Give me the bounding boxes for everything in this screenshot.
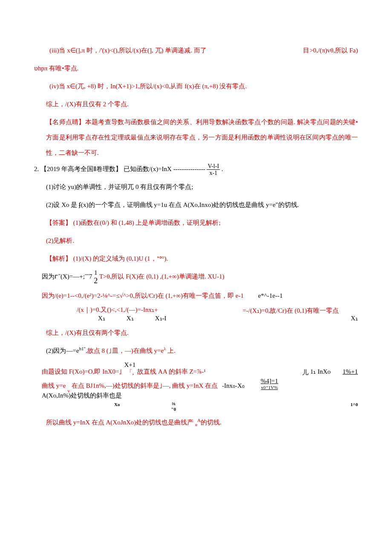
complex-col1-num: 1₁ InXo <box>310 367 331 377</box>
because1-b: T>θ,所以 F(X)在 (0,1) ,(1,+∞)单调递增. XU-1) <box>99 273 225 280</box>
fx1-b: =-/(X₁)=0,故/Cr)在 (0,1)有唯一零点 <box>242 307 339 314</box>
para-final: 所以曲线 y=InX 在点 A(XoJnXo)处的切线也是曲线产 eA的切线. <box>34 415 358 430</box>
analysis-label: 【解析】 <box>46 255 72 262</box>
fx1-block-1: /(x｜)=0.又()<,<1,/(―)=-Inx₁+ X₁ X₁ X₁-I <box>77 306 167 323</box>
para-q2-1: (1)讨论 yu)的单调性，并证明兀 0 有且仅有两个零点; <box>34 179 358 195</box>
q2-number: 2. <box>34 166 39 172</box>
part2-1-sup: h1" <box>79 346 86 351</box>
q2-fraction: V-l-I x-1 <box>207 163 220 177</box>
para-iii: (iii)当 x∈(],π 时，/'(x)<(),所以/(x)在(], 兀) 单… <box>34 43 358 58</box>
complex-row1: 由题设知 F(Xo)=O,即 InX0=｣ X+1 「, 故直线 AA 的斜率 … <box>42 361 358 376</box>
summary1-text: 综上，/(X)有且仅有 2 个零点. <box>46 101 129 108</box>
final-b: 的切线. <box>201 419 222 426</box>
para-part2-1: (2)因为―=eh1",故点 8 (｣皿，―)在曲线 y=eλ 上. <box>34 343 358 358</box>
complex-r3-bcol: ⅜ "0 <box>171 401 176 412</box>
iii-text-a: (iii)当 x∈(],π 时，/'(x)<(),所以/(x)在(], 兀) 单… <box>49 47 207 54</box>
para-iv: (iv)当 x∈(兀, +8) 时，In(X+1)>1,所以/(x)<0,从而 … <box>34 78 358 94</box>
part2-1-b: ,故点 8 (｣皿，―)在曲线 y=e <box>86 347 164 354</box>
para-complex: 由题设知 F(Xo)=O,即 InX0=｣ X+1 「, 故直线 AA 的斜率 … <box>34 361 358 412</box>
fx1-d4: X₁ <box>342 314 358 323</box>
complex-r2-a: 曲线 y=e <box>42 381 66 391</box>
complex-r2-b: 在点 BJ1n%,―)处切线的斜率是｣―, 曲线 y=InX 在点 <box>72 381 218 391</box>
para-answer-2: (2)见解析. <box>34 233 358 248</box>
complex-r3-b: ⅜ <box>172 401 175 407</box>
because1-a: 因为ᴦ˝(X)=―+;˝˝7 <box>42 273 92 280</box>
complex-r1-col-top: X+1 <box>124 361 136 369</box>
complex-r1-a: 由题设知 F(Xo)=O,即 InX0=｣ <box>42 367 123 377</box>
complex-r3-c: 1^0 <box>351 401 358 412</box>
para-summary2: 综上，/(X)有且仅有两个零点. <box>34 325 358 340</box>
complex-col1-den: -Inx₀-X₀ <box>222 381 245 391</box>
final-sup: A <box>197 418 201 423</box>
iii-text-b: 目>0,/(π)vθ,所以 Fa) <box>303 43 358 58</box>
complex-r1-col1: ⼉ <box>302 369 308 376</box>
fx1-a: /(x｜)=0.又()<,<1,/(―)=-Inx₁+ <box>77 306 167 314</box>
because1-frac-num: 1 <box>94 269 98 276</box>
page-content: (iii)当 x∈(],π 时，/'(x)<(),所以/(x)在(], 兀) 单… <box>0 0 392 458</box>
because2-b: e*^-1e--1 <box>258 292 283 299</box>
complex-r3-a: Xo <box>114 401 120 412</box>
question-2-header: 2. 【2019 年高考全国Ⅱ卷理数】 已知函数/(x)=InX -------… <box>34 163 358 177</box>
complex-row3: Xo ⅜ "0 1^0 <box>42 401 358 412</box>
iv-text: (iv)当 x∈(兀, +8) 时，In(X+1)>1,所以/(x)<0,从而 … <box>49 83 247 90</box>
complex-r3-d: "0 <box>171 407 176 412</box>
because1-frac: 1 2 <box>94 269 98 286</box>
para-because-2: 因为/(e)=1--<0,/(e²)=2-⅛^-=≤√^>0,所以/Cr)在 (… <box>34 288 358 303</box>
fx1-d1: X₁ <box>98 314 105 323</box>
q2-frac-den: x-1 <box>208 170 218 176</box>
complex-col2-under: x0⁺1V% <box>261 385 278 390</box>
hp-text: ʋhpπ 有唯•零点. <box>34 65 78 72</box>
para-hp: ʋhpπ 有唯•零点. <box>34 61 358 76</box>
q2-frac-num: V-l-I <box>207 163 220 170</box>
because2-a: 因为/(e)=1--<0,/(e²)=2-⅛^-=≤√^>0,所以/Cr)在 (… <box>42 292 244 299</box>
complex-col2: %4]=1 x0⁺1V% <box>261 377 278 390</box>
final-a: 所以曲线 y=InX 在点 A(XoJnXo)处的切线也是曲线产 <box>46 419 195 426</box>
complex-col2-num: 1%+1 <box>343 367 358 377</box>
part2-1-c: 上. <box>166 347 176 354</box>
complex-line3: A(Xo,In%)处切线的斜率也是 <box>42 391 358 401</box>
fx1-denoms: X₁ X₁ X₁-I <box>77 314 167 323</box>
q2-stem-a: 已知函数/(x)=InX --------------- <box>124 166 205 172</box>
q2-stem-b: . <box>222 166 223 172</box>
para-fx1: /(x｜)=0.又()<,<1,/(―)=-Inx₁+ X₁ X₁ X₁-I =… <box>34 306 358 323</box>
complex-col1-top: ⼉ <box>302 369 308 376</box>
para-because-1: 因为ᴦ˝(X)=―+;˝˝7 1 2 T>θ,所以 F(X)在 (0,1) ,(… <box>34 269 358 286</box>
para-analysis: 【解析】 (1)/(X) 的定义域为 (0,1)U (1，ᐩᵒ°). <box>34 251 358 266</box>
para-commentary: 【名师点睛】本题考查导数与函数极值之间的关系、利用导数解决函数零点个数的问题. … <box>34 114 358 160</box>
analysis-text: (1)/(X) 的定义域为 (0,1)U (1，ᐩᵒ°). <box>73 255 168 262</box>
para-q2-2: (2)设 Xo 是 ʄ(x)的一个零点，证明曲线 y=1u 在点 A(Xo,In… <box>34 197 358 212</box>
answer-label: 【答案】 <box>46 219 72 226</box>
fx1-d2: X₁ <box>127 314 134 323</box>
complex-r1-b: 故直线 AA 的斜率 Z=⅞-¹ <box>137 367 205 377</box>
q2-source: 【2019 年高考全国Ⅱ卷理数】 <box>40 166 122 172</box>
para-answer: 【答案】 (1)函数在(0/) 和 (1,48) 上是单调增函数，证明见解析; <box>34 215 358 230</box>
complex-col2-mid: %4]=1 <box>261 377 278 385</box>
complex-row2: 曲线 y=ev 在点 BJ1n%,―)处切线的斜率是｣―, 曲线 y=InX 在… <box>42 377 358 390</box>
answer-text: (1)函数在(0/) 和 (1,48) 上是单调增函数，证明见解析; <box>73 219 221 226</box>
complex-r1-col: X+1 「, <box>124 361 136 376</box>
part2-1-a: (2)因为―=e <box>46 347 79 354</box>
para-summary1: 综上，/(X)有且仅有 2 个零点. <box>34 96 358 112</box>
fx1-d3: X₁-I <box>155 314 167 323</box>
fx1-block-2: =-/(X₁)=0,故/Cr)在 (0,1)有唯一零点 <box>242 307 339 323</box>
because1-two: 2 <box>94 276 98 286</box>
complex-r1-col-bot: 「, <box>126 369 134 376</box>
